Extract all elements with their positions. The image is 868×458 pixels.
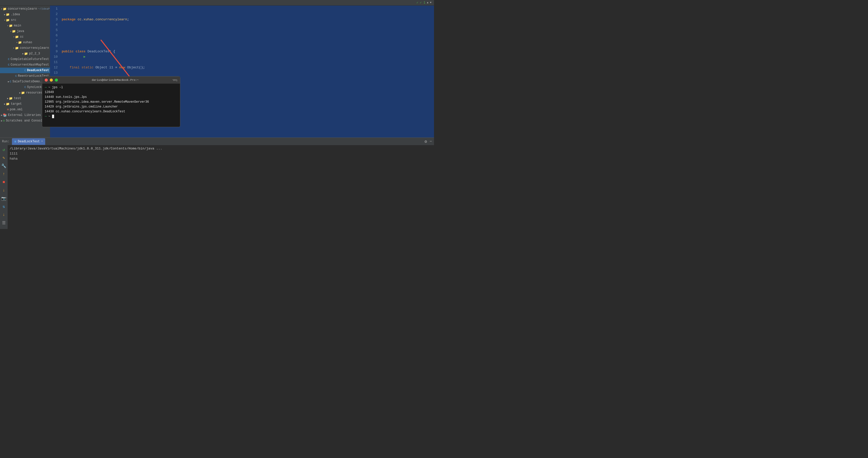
- sidebar-label-test: test: [14, 96, 21, 100]
- sidebar-label-external: External Libraries: [8, 113, 41, 117]
- scratches-arrow: ▶: [1, 119, 2, 122]
- terminal-prompt-2: →: [45, 115, 46, 118]
- sidebar-item-p2-2-3[interactable]: ▶ 📁 p2_2_3: [0, 51, 50, 56]
- test-folder-icon: 📁: [9, 96, 13, 101]
- run-tab-close[interactable]: ×: [41, 140, 43, 143]
- idea-arrow: ▶: [4, 13, 5, 16]
- target-folder-icon: 📁: [6, 102, 10, 106]
- sidebar-item-completable[interactable]: C CompletableFutureTest: [0, 56, 50, 62]
- run-label: Run:: [2, 140, 9, 143]
- terminal-titlebar: darius@dariusdeMacBook-Pro:~ ⌥⌘1: [42, 77, 180, 84]
- code-line-2: [62, 33, 432, 38]
- sidebar-item-concurrencylearn2[interactable]: ▾ 📁 concurrencylearn: [0, 45, 50, 51]
- synclock-icon: C: [24, 86, 26, 89]
- code-line-8: [62, 129, 432, 134]
- cl2-folder-icon: 📁: [15, 46, 19, 50]
- p223-folder-icon: 📁: [24, 52, 28, 56]
- external-icon: 📚: [3, 113, 7, 117]
- bottom-panel: Run: ▣ DeadLockTest × ⚙ − ↺ ✎ 🔧 ↑ ■ ↓ 📷 …: [0, 138, 434, 229]
- layout-button[interactable]: ☰: [1, 220, 6, 225]
- terminal-out-2: 14440 sun.tools.jps.Jps: [45, 95, 178, 99]
- sidebar-item-deadlock[interactable]: C DeadLockTest: [0, 67, 50, 73]
- sidebar-label-resources: resources: [26, 91, 42, 94]
- deadlock-icon: C: [24, 69, 26, 72]
- terminal-minimize-button[interactable]: [50, 79, 53, 82]
- resources-arrow: ▶: [19, 91, 21, 94]
- arrow-down-button[interactable]: ↓: [1, 188, 6, 193]
- main-folder-icon: 📁: [9, 24, 13, 28]
- terminal-prompt-line: → ~: [45, 114, 178, 119]
- run-tab-label: DeadLockTest: [18, 140, 40, 143]
- down2-button[interactable]: ↓: [1, 212, 6, 217]
- arrow-up-button[interactable]: ↑: [1, 172, 6, 177]
- completable-icon: C: [8, 58, 10, 61]
- sidebar-label-pom: pom.xml: [10, 108, 23, 111]
- sidebar-label-idea: .idea: [11, 13, 20, 16]
- terminal-prompt-text: ~: [48, 115, 52, 118]
- sidebar-label-main: main: [14, 24, 21, 27]
- cc-folder-icon: 📁: [15, 35, 19, 39]
- sidebar-item-xuhao[interactable]: ▾ 📁 xuhao: [0, 40, 50, 45]
- sidebar-item-main[interactable]: ▾ 📁 main: [0, 23, 50, 28]
- run-out-1111: 1111: [10, 151, 432, 156]
- sidebar-root-label: concurrencylearn: [8, 7, 37, 11]
- sidebar-label-deadlock: DeadLockTest: [27, 68, 49, 72]
- rerun-button[interactable]: ↺: [1, 147, 6, 152]
- sidebar-label-scratches: Scratches and Consoles: [6, 119, 46, 122]
- terminal-cmd: → ~ jps -l: [45, 85, 178, 90]
- sidebar-item-concurrent[interactable]: C ConcurrentHashMapTest: [0, 62, 50, 67]
- resources-folder-icon: 📁: [21, 91, 25, 95]
- sidebar-label-cc: cc: [20, 35, 23, 39]
- code-line-3: public class DeadLockTest { ▶: [62, 49, 432, 54]
- sidebar-label-cl2: concurrencylearn: [20, 46, 49, 50]
- sidebar-item-idea[interactable]: ▶ 📁 .idea: [0, 12, 50, 17]
- terminal-body[interactable]: → ~ jps -l 12849 14440 sun.tools.jps.Jps…: [42, 84, 180, 120]
- sidebar-label-completable: CompletableFutureTest: [11, 57, 49, 61]
- sidebar-label-p223: p2_2_3: [29, 52, 40, 55]
- run-toolbar: ↺ ✎ 🔧 ↑ ■ ↓ 📷 ⇅ ↓ ☰: [0, 145, 8, 229]
- run-tab-deadlock[interactable]: ▣ DeadLockTest ×: [12, 138, 45, 145]
- run-output[interactable]: /Library/Java/JavaVirtualMachines/jdk1.8…: [8, 145, 434, 229]
- java-folder-icon: 📁: [12, 29, 16, 33]
- sort-button[interactable]: ⇅: [1, 204, 6, 209]
- java-arrow: ▾: [10, 30, 11, 33]
- sidebar-root[interactable]: ▾ 📁 concurrencylearn ~/IdeaProjects/conc…: [0, 6, 50, 12]
- pom-icon: m: [7, 108, 9, 111]
- sidebar-item-cc[interactable]: ▾ 📁 cc: [0, 34, 50, 40]
- sidebar-label-target: target: [11, 102, 22, 106]
- terminal-close-button[interactable]: [45, 79, 48, 82]
- saletickets-icon: C: [10, 80, 11, 83]
- sidebar-label-concurrent: ConcurrentHashMapTest: [11, 63, 49, 66]
- root-path: ~/IdeaProjects/concurrencylearn: [38, 7, 50, 10]
- chevron-down-icon[interactable]: ▼: [430, 1, 431, 4]
- terminal-maximize-button[interactable]: [55, 79, 58, 82]
- camera-button[interactable]: 📷: [1, 196, 6, 201]
- run-gutter-3[interactable]: ▶: [84, 55, 86, 59]
- test-arrow: ▶: [7, 97, 8, 100]
- terminal-cmd-text: ~ jps -l: [48, 86, 63, 89]
- cc-arrow: ▾: [13, 36, 14, 38]
- edit-button[interactable]: ✎: [1, 155, 6, 161]
- p223-arrow: ▶: [22, 52, 24, 55]
- run-cmd-line: /Library/Java/JavaVirtualMachines/jdk1.8…: [10, 146, 432, 151]
- terminal-cursor: [52, 115, 54, 118]
- terminal-out-5: 14430 cc.xuhao.concurrencylearn.DeadLock…: [45, 109, 178, 114]
- top-bar-right: ✓ ✓ 1 ▲ ▼: [416, 1, 431, 5]
- xuhao-arrow: ▾: [16, 41, 18, 44]
- minimize-icon[interactable]: −: [429, 139, 432, 144]
- saletickets-arrow: ▶: [8, 80, 9, 83]
- chevron-up-icon[interactable]: ▲: [427, 1, 428, 4]
- stop-button[interactable]: ■: [1, 180, 6, 185]
- main-arrow: ▾: [7, 24, 8, 27]
- scratches-icon: ⊙: [3, 119, 5, 123]
- check-icon: ✓: [416, 1, 418, 5]
- wrench-button[interactable]: 🔧: [1, 164, 6, 169]
- root-arrow: ▾: [1, 8, 2, 10]
- run-settings[interactable]: ⚙ −: [425, 139, 432, 144]
- code-line-1: package cc.xuhao.concurrencylearn;: [62, 17, 432, 22]
- code-line-4: final static Object l1 = new Object();: [62, 65, 432, 70]
- sidebar-item-src[interactable]: ▾ 📁 src: [0, 17, 50, 23]
- sidebar-item-java[interactable]: ▾ 📁 java: [0, 28, 50, 34]
- settings-icon[interactable]: ⚙: [425, 139, 427, 144]
- check-count: ✓ 1: [420, 1, 425, 5]
